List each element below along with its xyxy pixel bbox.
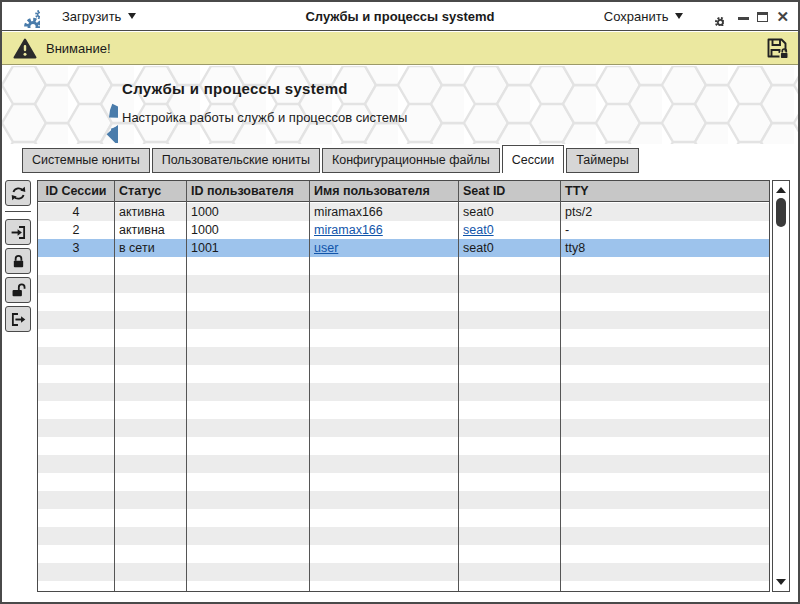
settings-gear-icon[interactable] <box>705 7 724 26</box>
table-cell: активна <box>114 203 186 221</box>
table-cell: miramax166 <box>309 203 458 221</box>
table-cell: miramax166 <box>309 221 458 239</box>
lock-session-button[interactable] <box>5 248 31 274</box>
table-cell: user <box>309 239 458 257</box>
tab-1[interactable]: Пользовательские юниты <box>152 148 320 173</box>
table-cell: tty8 <box>560 239 769 257</box>
warning-label: Внимание! <box>46 41 111 56</box>
table-body: 4активна1000miramax166seat0pts/22активна… <box>38 203 769 591</box>
title-bar: Службы и процессы systemd Загрузить Сохр… <box>2 2 798 31</box>
table-cell: pts/2 <box>560 203 769 221</box>
side-toolbar <box>5 180 32 335</box>
tab-4[interactable]: Таймеры <box>566 148 639 173</box>
column-divider <box>309 181 310 591</box>
table-row[interactable]: 2активна1000miramax166seat0- <box>38 221 769 239</box>
login-session-button[interactable] <box>5 219 31 245</box>
cell-link[interactable]: user <box>314 241 338 255</box>
column-divider <box>560 181 561 591</box>
chevron-down-icon <box>675 13 683 19</box>
page-title: Службы и процессы systemd <box>122 80 407 97</box>
column-header[interactable]: ID Сессии <box>38 184 114 198</box>
table-cell: в сети <box>114 239 186 257</box>
column-divider <box>458 181 459 591</box>
table-cell: 3 <box>38 239 114 257</box>
warning-bar: Внимание! <box>2 32 798 65</box>
table-cell: seat0 <box>458 203 560 221</box>
column-divider <box>186 181 187 591</box>
cell-link[interactable]: seat0 <box>463 223 494 237</box>
tab-bar: Системные юнитыПользовательские юнитыКон… <box>22 144 798 173</box>
cell-link[interactable]: miramax166 <box>314 223 383 237</box>
app-window: Службы и процессы systemd Загрузить Сохр… <box>0 0 800 604</box>
main-area: ID СессииСтатусID пользователяИмя пользо… <box>2 173 798 602</box>
logout-session-button[interactable] <box>5 306 31 332</box>
column-header[interactable]: Seat ID <box>458 184 560 198</box>
app-gears-icon <box>10 4 40 28</box>
logout-icon <box>10 311 27 328</box>
page-subtitle: Настройка работы служб и процессов систе… <box>122 110 407 125</box>
vertical-scrollbar[interactable] <box>772 180 790 592</box>
tab-2[interactable]: Конфигурационные файлы <box>322 148 500 173</box>
save-menu-button[interactable]: Сохранить <box>598 5 690 28</box>
unlock-icon <box>10 282 27 299</box>
column-header[interactable]: TTY <box>560 184 769 198</box>
tab-0[interactable]: Системные юниты <box>22 148 150 173</box>
table-cell: 4 <box>38 203 114 221</box>
table-header: ID СессииСтатусID пользователяИмя пользо… <box>38 181 769 202</box>
warning-triangle-icon <box>13 38 37 59</box>
refresh-icon <box>10 185 27 202</box>
scrollbar-thumb[interactable] <box>776 198 786 227</box>
table-cell: 1000 <box>186 203 309 221</box>
table-row[interactable]: 3в сети1001userseat0tty8 <box>38 239 769 257</box>
scroll-up-arrow-icon[interactable] <box>776 187 786 193</box>
column-header[interactable]: Статус <box>114 184 186 198</box>
tab-3[interactable]: Сессии <box>502 145 564 173</box>
unlock-session-button[interactable] <box>5 277 31 303</box>
column-header[interactable]: ID пользователя <box>186 184 309 198</box>
toolbar-separator <box>5 211 31 212</box>
close-button[interactable]: ✕ <box>776 12 789 22</box>
lock-icon <box>10 253 27 270</box>
load-menu-button[interactable]: Загрузить <box>56 5 142 28</box>
refresh-button[interactable] <box>5 180 31 206</box>
app-logo-gears <box>22 69 118 143</box>
table-cell: seat0 <box>458 239 560 257</box>
login-icon <box>10 224 27 241</box>
table-cell: - <box>560 221 769 239</box>
maximize-button[interactable] <box>757 12 768 22</box>
table-cell: 1001 <box>186 239 309 257</box>
table-cell: 2 <box>38 221 114 239</box>
minimize-button[interactable] <box>738 17 749 20</box>
save-menu-label: Сохранить <box>604 9 669 24</box>
table-row[interactable]: 4активна1000miramax166seat0pts/2 <box>38 203 769 221</box>
column-header[interactable]: Имя пользователя <box>309 184 458 198</box>
table-cell: seat0 <box>458 221 560 239</box>
column-divider <box>114 181 115 591</box>
header-banner: Службы и процессы systemd Настройка рабо… <box>2 66 798 144</box>
save-file-icon[interactable] <box>764 35 790 61</box>
table-cell: 1000 <box>186 221 309 239</box>
chevron-down-icon <box>128 13 136 19</box>
table-cell: активна <box>114 221 186 239</box>
scroll-down-arrow-icon[interactable] <box>776 579 786 585</box>
sessions-table: ID СессииСтатусID пользователяИмя пользо… <box>37 180 770 592</box>
load-menu-label: Загрузить <box>62 9 121 24</box>
